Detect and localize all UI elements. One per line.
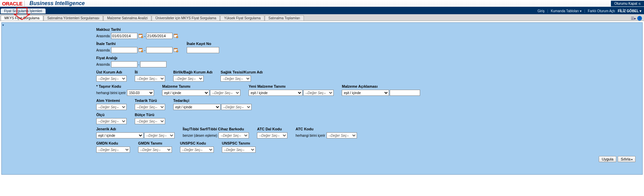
reset-button[interactable]: Sıfırla▾: [618, 156, 636, 162]
svg-point-2: [141, 36, 143, 38]
calendar-icon[interactable]: [138, 47, 144, 53]
label-yeni-malzeme: Yeni Malzeme Tanımı: [249, 84, 334, 88]
svg-point-8: [141, 50, 143, 52]
nav-user[interactable]: FİLİZ GÖBEL ▾: [618, 9, 641, 13]
prefix-contains: herhangi birini içerir: [295, 134, 325, 137]
makbuz-to-input[interactable]: [146, 33, 173, 39]
label-atc-dal: ATC Dal Kodu: [257, 127, 287, 131]
label-gmdn-tanimi: GMDN Tanımı: [138, 141, 172, 145]
calendar-icon[interactable]: [173, 47, 179, 53]
label-tedarikci: Tedarikçi: [173, 99, 252, 103]
label-barkod: İlaç/Tıbbi Sarf/Tıbbi Cihaz Barkodu: [183, 127, 249, 131]
options-icon[interactable]: ☰▸: [631, 16, 636, 21]
yeni-malzeme-op-select[interactable]: eşit / içinde: [249, 90, 303, 96]
top-bar: ORACLE Business Intelligence Oturumu Kap…: [0, 0, 644, 7]
label-butce-turu: Bütçe Türü: [135, 113, 165, 117]
tedarikci-select[interactable]: --Değer Seç--: [221, 104, 252, 110]
svg-rect-7: [139, 48, 143, 49]
malzeme-tanimi-select[interactable]: --Değer Seç--: [210, 90, 240, 96]
svg-point-11: [176, 50, 178, 52]
malzeme-op-select[interactable]: eşit / içinde: [162, 90, 209, 96]
label-tasinir: * Taşınır Kodu: [96, 84, 154, 88]
label-fiyat-araligi: Fiyat Aralığı: [96, 56, 166, 60]
gmdn-tanimi-select[interactable]: --Değer Seç--: [138, 147, 172, 153]
tedarikci-op-select[interactable]: eşit / içinde: [173, 104, 221, 110]
logout-icon[interactable]: ⎋: [639, 2, 641, 5]
help-icon[interactable]: ?: [637, 16, 642, 21]
label-unspsc-kodu: UNSPSC Kodu: [180, 141, 214, 145]
malzeme-aciklama-op-select[interactable]: eşit / içinde: [342, 90, 389, 96]
tab-satinalma-yontemleri[interactable]: Satınalma Yöntemleri Sorgulaması: [44, 15, 103, 21]
top-right: Oturumu Kapat ⎋: [611, 1, 644, 6]
tab-yuksek-fiyat[interactable]: Yüksek Fiyat Sorgulama: [220, 15, 264, 21]
calendar-icon[interactable]: [173, 33, 179, 39]
unspsc-kodu-select[interactable]: --Değer Seç--: [180, 147, 214, 153]
label-ili: İli: [135, 70, 165, 74]
svg-rect-10: [174, 48, 178, 49]
svg-rect-1: [139, 34, 143, 35]
label-tedarik-turu: Tedarik Türü: [135, 99, 165, 103]
butce-turu-select[interactable]: --Değer Seç--: [135, 118, 165, 124]
logout-link[interactable]: Oturumu Kapat: [614, 2, 637, 5]
tab-universiteler[interactable]: Üniversiteler için MKYS Fiyat Sorgulama: [152, 15, 220, 21]
tedarik-turu-select[interactable]: --Değer Seç--: [135, 104, 165, 110]
tasinir-select[interactable]: 150-03: [127, 90, 154, 96]
yeni-malzeme-select[interactable]: --Değer Seç--: [303, 90, 334, 96]
malzeme-aciklama-input[interactable]: [390, 90, 420, 96]
birlik-select[interactable]: --Değer Seç--: [173, 75, 204, 82]
ihale-kayit-input[interactable]: [187, 47, 219, 53]
barkod-select[interactable]: --Değer Seç--: [218, 132, 249, 138]
label-alim-yontemi: Alım Yöntemi: [96, 99, 127, 103]
label-ust-kurum: Üst Kurum Adı: [96, 70, 127, 74]
app-title: Business Intelligence: [25, 0, 85, 6]
label-malzeme-tanimi: Malzeme Tanımı: [162, 84, 240, 88]
label-malzeme-aciklama: Malzeme Açıklaması: [342, 84, 420, 88]
prefix-arasinda: Arasında: [96, 63, 110, 66]
ihale-from-input[interactable]: [111, 47, 137, 53]
nav-acted-as: Farklı Oturum Açtı: [588, 9, 615, 13]
label-saglik-tesisi: Sağlık Tesisi/Kurum Adı: [221, 70, 263, 74]
atc-dal-select[interactable]: --Değer Seç--: [257, 132, 287, 138]
tab-satinalma-toplamlari[interactable]: Satınalma Toplamları: [265, 15, 304, 21]
prefix-contains: herhangi birini içerir: [96, 91, 126, 95]
svg-rect-4: [174, 34, 178, 35]
label-gmdn-kodu: GMDN Kodu: [96, 141, 130, 145]
olcu-select[interactable]: --Değer Seç--: [96, 118, 127, 124]
prefix-arasinda: Arasında: [96, 34, 110, 38]
atc-kodu-select[interactable]: --Değer Seç--: [327, 132, 357, 138]
label-birlik: Birlik/Bağlı Kurum Adı: [173, 70, 212, 74]
nav-dashboards[interactable]: Kumanda Tabloları ▾: [551, 9, 582, 13]
apply-button[interactable]: Uygula: [599, 156, 616, 162]
alim-yontemi-select[interactable]: --Değer Seç--: [96, 104, 127, 110]
makbuz-from-input[interactable]: [111, 33, 137, 39]
calendar-icon[interactable]: [138, 33, 144, 39]
label-unspsc-tanimi: UNSPSC Tanımı: [222, 141, 256, 145]
tab-malzeme-analizi[interactable]: Malzeme Satınalma Analizi: [103, 15, 151, 21]
label-ihale-tarihi: İhale Tarihi: [96, 42, 179, 46]
tab-mkys[interactable]: MKYS Fiyat Sorgulama: [1, 15, 43, 21]
ust-kurum-select[interactable]: --Değer Seç--: [96, 75, 127, 82]
nav-home[interactable]: Giriş: [538, 9, 545, 13]
label-makbuz-tarihi: Makbuz Tarihi: [96, 27, 179, 31]
unspsc-tanimi-select[interactable]: --Değer Seç--: [222, 147, 256, 153]
label-ihale-kayit: İhale Kayıt No: [187, 42, 219, 46]
prefix-pattern: benzer (desen eşleme): [183, 134, 217, 137]
label-atc-kodu: ATC Kodu: [295, 127, 357, 131]
label-olcu: Ölçü: [96, 113, 127, 117]
oracle-logo: ORACLE: [0, 1, 25, 6]
jenerik-op-select[interactable]: eşit / içinde: [96, 132, 144, 138]
gmdn-kodu-select[interactable]: --Değer Seç--: [96, 147, 130, 153]
fiyat-from-input[interactable]: [111, 61, 137, 67]
ihale-to-input[interactable]: [146, 47, 173, 53]
ili-select[interactable]: --Değer Seç--: [135, 75, 165, 82]
fiyat-to-input[interactable]: [140, 61, 166, 67]
nav-bar: Fiyat Sorgulama İşlemleri Giriş | Kumand…: [0, 7, 644, 14]
label-jenerik: Jenerik Adı: [96, 127, 175, 131]
svg-point-5: [176, 36, 178, 38]
jenerik-select[interactable]: --Değer Seç--: [144, 132, 175, 138]
tab-strip: MKYS Fiyat Sorgulama Satınalma Yöntemler…: [0, 14, 644, 21]
dashboard-tab[interactable]: Fiyat Sorgulama İşlemleri: [1, 8, 46, 14]
saglik-tesisi-select[interactable]: --Değer Seç--: [221, 75, 251, 82]
prefix-arasinda: Arasında: [96, 48, 110, 52]
prompt-panel: Makbuz Tarihi Arasında - İhale Tarihi Ar…: [1, 22, 643, 175]
